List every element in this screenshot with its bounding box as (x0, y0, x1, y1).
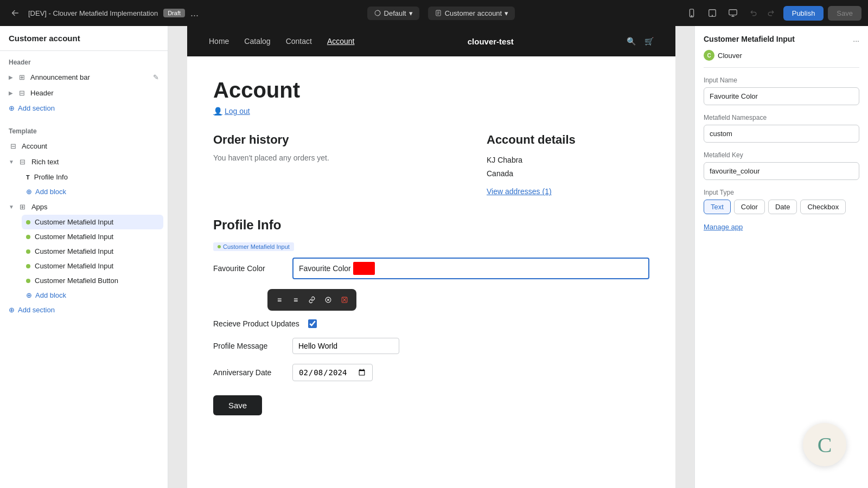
logout-link[interactable]: 👤 Log out (213, 107, 649, 115)
undo-redo-group (745, 5, 779, 21)
sidebar-item-header[interactable]: ▶ ⊟ Header (0, 85, 168, 101)
add-section-button-1[interactable]: ⊕ Add section (0, 101, 63, 115)
header-section: Header ▶ ⊞ Announcement bar ✎ ▶ ⊟ Header… (0, 51, 168, 120)
page-selector[interactable]: Customer account ▾ (428, 7, 515, 20)
top-bar-right: Publish Save (684, 5, 861, 21)
input-type-label: Input Type (704, 189, 859, 196)
profile-section: Profile Info Customer Metafield Input Fa… (213, 217, 649, 415)
nav-catalog[interactable]: Catalog (244, 37, 270, 46)
undo-button[interactable] (745, 5, 762, 21)
profile-message-row: Profile Message (213, 338, 649, 354)
edit-icon[interactable]: ✎ (153, 73, 159, 81)
publish-button[interactable]: Publish (783, 6, 824, 21)
back-button[interactable] (7, 5, 23, 21)
type-btn-date[interactable]: Date (768, 200, 797, 214)
clouver-dot-2 (26, 235, 30, 239)
add-section-button-2[interactable]: ⊕ Add section (0, 303, 63, 317)
nav-account[interactable]: Account (327, 37, 355, 46)
toolbar-link[interactable] (304, 292, 320, 307)
anniversary-date-input[interactable] (292, 364, 373, 381)
toolbar-align-center[interactable]: ≡ (288, 292, 303, 307)
input-type-field: Input Type Text Color Date Checkbox (704, 189, 859, 214)
metafield-namespace-input[interactable] (704, 125, 859, 143)
template-label: Template (0, 124, 168, 138)
clouver-brand: C Clouver (704, 50, 859, 68)
metafield-badge: Customer Metafield Input (213, 242, 294, 251)
nav-contact[interactable]: Contact (286, 37, 312, 46)
metafield-key-input[interactable] (704, 162, 859, 180)
sidebar-item-cmb[interactable]: Customer Metafield Button (17, 273, 168, 288)
input-name-label: Input Name (704, 76, 859, 84)
manage-app-link[interactable]: Manage app (704, 223, 859, 231)
clouver-logo-corner: C (803, 423, 846, 466)
text-icon: T (26, 174, 30, 181)
favourite-color-label: Favourite Color (213, 264, 284, 273)
store-nav-links: Home Catalog Contact Account (209, 37, 354, 46)
toolbar-remove-link[interactable] (321, 292, 336, 307)
template-section: Template ⊟ Account ▼ ⊟ Rich text T Profi… (0, 120, 168, 322)
colour-swatch[interactable] (353, 262, 375, 275)
colour-input[interactable]: Favourite Color (292, 258, 649, 279)
device-mobile-icon[interactable] (684, 5, 700, 21)
toolbar-delete[interactable] (337, 292, 352, 307)
apps-sub: Customer Metafield Input Customer Metafi… (0, 215, 168, 303)
main-layout: Customer account Header ▶ ⊞ Announcement… (0, 26, 868, 488)
redo-button[interactable] (763, 5, 779, 21)
order-history-col: Order history You haven't placed any ord… (213, 133, 465, 196)
profile-message-input[interactable] (292, 338, 399, 354)
metafield-key-field: Metafield Key (704, 151, 859, 180)
top-bar-more[interactable]: ... (190, 8, 199, 19)
anniversary-date-row: Anniversary Date (213, 364, 649, 381)
sidebar-item-account[interactable]: ⊟ Account (0, 138, 168, 154)
panel-more[interactable]: ... (853, 35, 859, 43)
nav-home[interactable]: Home (209, 37, 229, 46)
top-bar: [DEV] - Clouver Metafield Implementation… (0, 0, 868, 26)
save-page-button[interactable]: Save (213, 395, 262, 415)
receive-updates-checkbox[interactable] (308, 319, 317, 328)
account-icon: ⊟ (9, 142, 17, 150)
store-nav: Home Catalog Contact Account clouver-tes… (187, 26, 675, 56)
search-icon[interactable]: 🔍 (627, 37, 636, 46)
add-block-button-1[interactable]: ⊕ Add block (17, 184, 75, 199)
order-history-empty: You haven't placed any orders yet. (213, 153, 465, 162)
sidebar-item-apps[interactable]: ▼ ⊞ Apps (0, 199, 168, 215)
input-name-input[interactable] (704, 87, 859, 105)
sidebar-header: Customer account (0, 26, 168, 51)
floating-toolbar: ≡ ≡ (267, 289, 356, 311)
theme-selector[interactable]: Default ▾ (367, 7, 419, 20)
right-panel: Customer Metafield Input ... C Clouver I… (694, 26, 868, 488)
device-desktop-icon[interactable] (725, 5, 741, 21)
input-name-field: Input Name (704, 76, 859, 105)
sidebar-item-cmi-3[interactable]: Customer Metafield Input (17, 244, 168, 259)
input-type-row: Text Color Date Checkbox (704, 200, 859, 214)
add-block-button-2[interactable]: ⊕ Add block (17, 288, 75, 303)
metafield-key-label: Metafield Key (704, 151, 859, 159)
clouver-dot-3 (26, 249, 30, 254)
clouver-brand-name: Clouver (718, 52, 742, 60)
device-tablet-icon[interactable] (704, 5, 720, 21)
sidebar-item-cmi-1[interactable]: Customer Metafield Input (22, 215, 163, 229)
rich-text-sub: T Profile Info ⊕ Add block (0, 170, 168, 199)
user-icon: 👤 (213, 107, 222, 115)
floating-toolbar-row: ≡ ≡ (213, 289, 649, 311)
type-btn-color[interactable]: Color (734, 200, 765, 214)
chevron-down-icon: ▼ (9, 159, 14, 165)
account-details-title: Account details (487, 133, 649, 147)
type-btn-text[interactable]: Text (704, 200, 731, 214)
sidebar-item-cmi-2[interactable]: Customer Metafield Input (17, 229, 168, 244)
rich-text-icon: ⊟ (18, 158, 27, 166)
sidebar-item-announcement-bar[interactable]: ▶ ⊞ Announcement bar ✎ (0, 69, 168, 85)
cart-icon[interactable]: 🛒 (644, 37, 654, 46)
left-sidebar: Customer account Header ▶ ⊞ Announcement… (0, 26, 168, 488)
save-button[interactable]: Save (828, 6, 861, 21)
sidebar-item-profile-info[interactable]: T Profile Info (17, 170, 168, 184)
page-content: Account 👤 Log out Order history You have… (187, 56, 675, 437)
view-addresses-link[interactable]: View addresses (1) (487, 187, 649, 196)
profile-message-label: Profile Message (213, 342, 284, 350)
toolbar-align-left[interactable]: ≡ (272, 292, 287, 307)
metafield-namespace-label: Metafield Namespace (704, 114, 859, 121)
type-btn-checkbox[interactable]: Checkbox (800, 200, 846, 214)
sidebar-item-cmi-4[interactable]: Customer Metafield Input (17, 259, 168, 273)
top-bar-title: [DEV] - Clouver Metafield Implementation (28, 9, 158, 17)
sidebar-item-rich-text[interactable]: ▼ ⊟ Rich text (0, 154, 168, 170)
